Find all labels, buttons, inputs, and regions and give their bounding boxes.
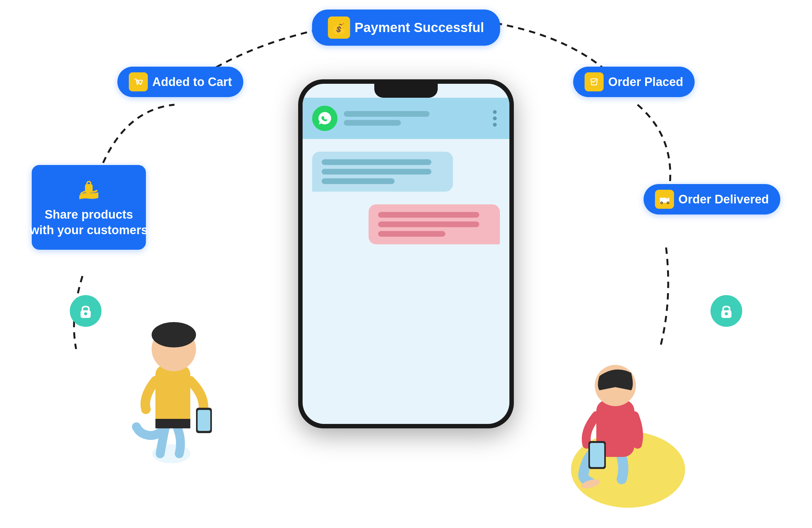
svg-point-4 bbox=[151, 322, 196, 347]
delivered-label: Order Delivered bbox=[679, 192, 769, 206]
phone-mockup bbox=[298, 79, 514, 428]
wa-name-bar-1 bbox=[344, 111, 430, 117]
wa-dot-2 bbox=[493, 116, 497, 120]
phone-screen bbox=[303, 84, 509, 424]
bubble-line-4 bbox=[378, 212, 479, 218]
svg-point-15 bbox=[140, 84, 141, 85]
bubble-line-3 bbox=[322, 178, 395, 184]
share-icon bbox=[76, 176, 102, 202]
svg-rect-12 bbox=[590, 443, 604, 467]
chat-bubble-left bbox=[312, 152, 453, 192]
badge-cart: Added to Cart bbox=[117, 67, 243, 97]
svg-point-10 bbox=[595, 365, 636, 406]
phone-outer bbox=[298, 79, 514, 428]
svg-rect-9 bbox=[596, 400, 634, 457]
svg-rect-11 bbox=[589, 441, 606, 469]
badge-delivered: Order Delivered bbox=[643, 184, 780, 214]
svg-point-31 bbox=[725, 312, 728, 315]
svg-point-29 bbox=[84, 312, 87, 315]
wa-name-bars bbox=[344, 111, 487, 126]
badge-share: Share products with your customers bbox=[32, 165, 146, 250]
wa-name-bar-2 bbox=[344, 120, 401, 126]
whatsapp-header bbox=[303, 98, 509, 139]
bubble-line-5 bbox=[378, 222, 479, 227]
svg-point-7 bbox=[571, 431, 685, 508]
svg-point-14 bbox=[137, 84, 138, 85]
delivered-icon bbox=[655, 190, 674, 209]
badge-payment: 💰 Payment Successful bbox=[312, 10, 500, 46]
whatsapp-logo bbox=[312, 106, 337, 131]
payment-label: Payment Successful bbox=[354, 20, 484, 35]
phone-notch bbox=[374, 84, 438, 98]
svg-point-24 bbox=[661, 202, 663, 204]
svg-rect-5 bbox=[196, 408, 212, 433]
cart-icon bbox=[129, 72, 148, 91]
svg-rect-6 bbox=[198, 410, 210, 431]
svg-point-3 bbox=[151, 327, 196, 371]
order-placed-label: Order Placed bbox=[608, 75, 683, 89]
svg-point-8 bbox=[580, 478, 601, 490]
svg-rect-1 bbox=[156, 365, 190, 428]
bubble-line-2 bbox=[322, 169, 431, 174]
svg-point-25 bbox=[667, 202, 669, 204]
scene: 💰 Payment Successful Added to Cart Ord bbox=[0, 0, 812, 528]
lock-icon-left bbox=[70, 295, 102, 327]
chat-area bbox=[303, 139, 509, 424]
wa-menu-dots bbox=[493, 110, 500, 127]
wa-dot-3 bbox=[493, 123, 497, 127]
bubble-line-6 bbox=[378, 231, 446, 237]
chat-bubble-right bbox=[368, 204, 500, 244]
cart-label: Added to Cart bbox=[152, 75, 232, 89]
order-placed-icon bbox=[584, 72, 604, 91]
payment-icon: 💰 bbox=[328, 16, 350, 39]
wa-dot-1 bbox=[493, 110, 497, 114]
badge-order-placed: Order Placed bbox=[573, 67, 695, 97]
bubble-line-1 bbox=[322, 159, 431, 165]
lock-icon-right bbox=[710, 295, 742, 327]
svg-point-0 bbox=[152, 444, 190, 463]
share-text: Share products with your customers bbox=[30, 207, 148, 238]
svg-rect-2 bbox=[156, 419, 190, 428]
svg-rect-20 bbox=[85, 184, 92, 193]
